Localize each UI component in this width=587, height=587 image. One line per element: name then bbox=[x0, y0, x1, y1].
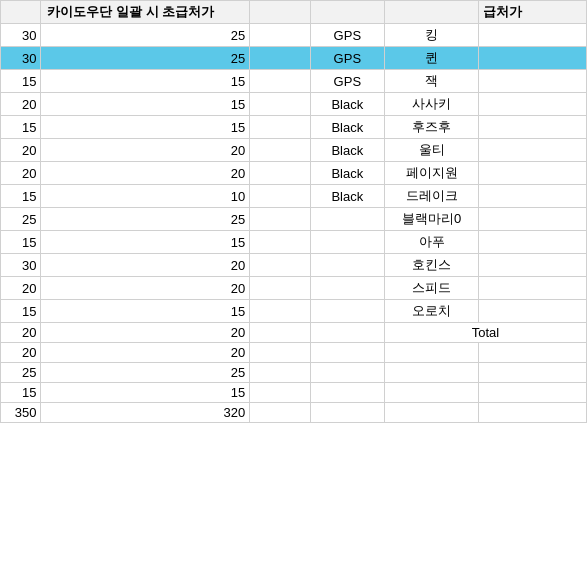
cell-col5: Total bbox=[384, 323, 586, 343]
cell-col1: 30 bbox=[1, 254, 41, 277]
table-row: 2525 bbox=[1, 363, 587, 383]
table-row: 1515아푸 bbox=[1, 231, 587, 254]
header-row: 카이도우단 일괄 시 초급처가 급처가 bbox=[1, 1, 587, 24]
cell-col2: 25 bbox=[41, 47, 250, 70]
cell-col2: 10 bbox=[41, 185, 250, 208]
header-col-d bbox=[310, 1, 384, 24]
cell-col3 bbox=[250, 323, 311, 343]
cell-col5 bbox=[384, 403, 478, 423]
cell-col6 bbox=[479, 208, 587, 231]
cell-col2: 15 bbox=[41, 383, 250, 403]
table-row: 3025GPS퀸 bbox=[1, 47, 587, 70]
cell-col4: GPS bbox=[310, 47, 384, 70]
cell-col1: 15 bbox=[1, 300, 41, 323]
header-col-a bbox=[1, 1, 41, 24]
cell-col3 bbox=[250, 24, 311, 47]
cell-col5: 오로치 bbox=[384, 300, 478, 323]
cell-col4 bbox=[310, 363, 384, 383]
cell-col2: 20 bbox=[41, 162, 250, 185]
cell-col6 bbox=[479, 300, 587, 323]
data-table: 카이도우단 일괄 시 초급처가 급처가 3025GPS킹3025GPS퀸1515… bbox=[0, 0, 587, 423]
table-row: 2015Black사사키 bbox=[1, 93, 587, 116]
cell-col5 bbox=[384, 343, 478, 363]
cell-col1: 20 bbox=[1, 323, 41, 343]
cell-col3 bbox=[250, 47, 311, 70]
cell-col4: Black bbox=[310, 162, 384, 185]
cell-col2: 15 bbox=[41, 93, 250, 116]
cell-col6 bbox=[479, 93, 587, 116]
cell-col2: 20 bbox=[41, 277, 250, 300]
cell-col4: Black bbox=[310, 185, 384, 208]
table-row: 2020스피드 bbox=[1, 277, 587, 300]
cell-col1: 15 bbox=[1, 383, 41, 403]
cell-col3 bbox=[250, 208, 311, 231]
cell-col3 bbox=[250, 139, 311, 162]
cell-col1: 25 bbox=[1, 208, 41, 231]
cell-col1: 20 bbox=[1, 93, 41, 116]
cell-col5 bbox=[384, 383, 478, 403]
table-row: 1515오로치 bbox=[1, 300, 587, 323]
cell-col3 bbox=[250, 162, 311, 185]
cell-col5: 아푸 bbox=[384, 231, 478, 254]
cell-col3 bbox=[250, 231, 311, 254]
cell-col1: 15 bbox=[1, 231, 41, 254]
cell-col3 bbox=[250, 254, 311, 277]
cell-col6 bbox=[479, 116, 587, 139]
main-container: 카이도우단 일괄 시 초급처가 급처가 3025GPS킹3025GPS퀸1515… bbox=[0, 0, 587, 587]
cell-col1: 25 bbox=[1, 363, 41, 383]
table-row: 2020 bbox=[1, 343, 587, 363]
header-col-b: 카이도우단 일괄 시 초급처가 bbox=[41, 1, 250, 24]
cell-col4 bbox=[310, 343, 384, 363]
table-row: 2020Black울티 bbox=[1, 139, 587, 162]
cell-col5: 잭 bbox=[384, 70, 478, 93]
table-row: 350320 bbox=[1, 403, 587, 423]
cell-col4: GPS bbox=[310, 24, 384, 47]
cell-col4 bbox=[310, 254, 384, 277]
cell-col3 bbox=[250, 116, 311, 139]
cell-col1: 30 bbox=[1, 47, 41, 70]
cell-col6 bbox=[479, 254, 587, 277]
cell-col5: 드레이크 bbox=[384, 185, 478, 208]
table-row: 2020Black페이지원 bbox=[1, 162, 587, 185]
cell-col2: 15 bbox=[41, 116, 250, 139]
cell-col4 bbox=[310, 277, 384, 300]
table-row: 2525블랙마리0 bbox=[1, 208, 587, 231]
cell-col6 bbox=[479, 277, 587, 300]
cell-col4 bbox=[310, 323, 384, 343]
cell-col3 bbox=[250, 185, 311, 208]
cell-col6 bbox=[479, 24, 587, 47]
table-row: 3025GPS킹 bbox=[1, 24, 587, 47]
cell-col4 bbox=[310, 403, 384, 423]
cell-col6 bbox=[479, 70, 587, 93]
cell-col3 bbox=[250, 300, 311, 323]
cell-col5: 퀸 bbox=[384, 47, 478, 70]
cell-col6 bbox=[479, 185, 587, 208]
cell-col3 bbox=[250, 403, 311, 423]
cell-col6 bbox=[479, 162, 587, 185]
cell-col2: 20 bbox=[41, 139, 250, 162]
cell-col5: 블랙마리0 bbox=[384, 208, 478, 231]
cell-col6 bbox=[479, 139, 587, 162]
cell-col3 bbox=[250, 383, 311, 403]
cell-col1: 15 bbox=[1, 70, 41, 93]
table-body: 3025GPS킹3025GPS퀸1515GPS잭2015Black사사키1515… bbox=[1, 24, 587, 423]
header-col-f: 급처가 bbox=[479, 1, 587, 24]
cell-col4: Black bbox=[310, 116, 384, 139]
cell-col4 bbox=[310, 208, 384, 231]
cell-col4 bbox=[310, 231, 384, 254]
header-col-e bbox=[384, 1, 478, 24]
cell-col3 bbox=[250, 343, 311, 363]
table-row: 1515GPS잭 bbox=[1, 70, 587, 93]
cell-col5: 페이지원 bbox=[384, 162, 478, 185]
cell-col2: 25 bbox=[41, 363, 250, 383]
cell-col2: 20 bbox=[41, 343, 250, 363]
cell-col5: 킹 bbox=[384, 24, 478, 47]
cell-col6 bbox=[479, 343, 587, 363]
cell-col4 bbox=[310, 383, 384, 403]
cell-col6 bbox=[479, 363, 587, 383]
cell-col6 bbox=[479, 403, 587, 423]
cell-col4: GPS bbox=[310, 70, 384, 93]
cell-col3 bbox=[250, 363, 311, 383]
cell-col5: 호킨스 bbox=[384, 254, 478, 277]
cell-col5: 스피드 bbox=[384, 277, 478, 300]
